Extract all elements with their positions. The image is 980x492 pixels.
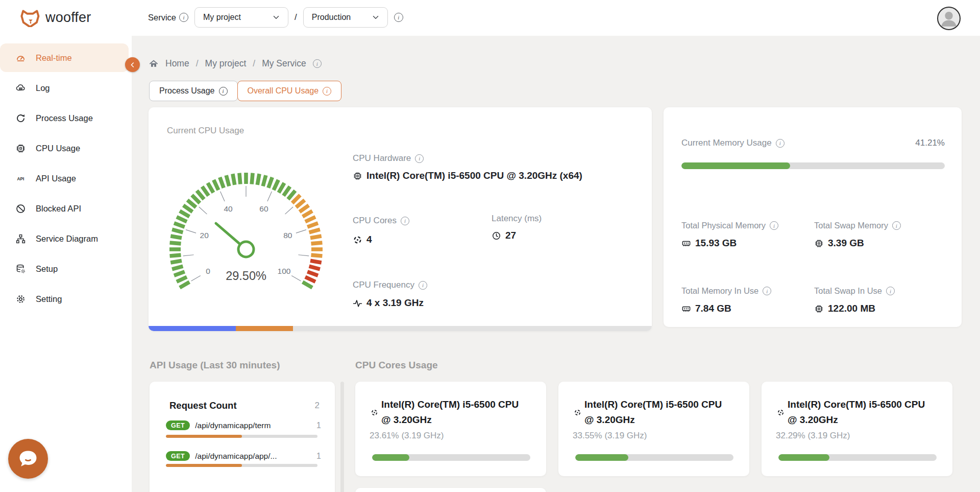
info-icon[interactable]: i [763, 287, 771, 295]
sidebar-item-cpu-usage[interactable]: CPU Usage [0, 133, 132, 163]
core-usage-bar [575, 454, 733, 461]
field-value: 15.93 GB [695, 238, 737, 249]
cpu-card-title: Current CPU Usage [167, 126, 244, 136]
home-icon[interactable] [149, 59, 159, 69]
sidebar-item-setting[interactable]: Setting [0, 284, 132, 314]
cpu-core-card-2: Intel(R) Core(TM) i5-6500 CPU @ 3.20GHz … [558, 382, 749, 476]
field-label: Total Swap Memory [814, 221, 888, 230]
cores-icon [371, 409, 378, 416]
log-cloud-icon [15, 83, 26, 93]
core-name: Intel(R) Core(TM) i5-6500 CPU @ 3.20GHz [584, 397, 732, 428]
breadcrumb-home[interactable]: Home [165, 58, 189, 69]
sidebar-item-api-usage[interactable]: API Usage [0, 163, 132, 194]
cpu-frequency-info-icon[interactable]: i [419, 281, 427, 290]
sidebar-item-label: CPU Usage [36, 144, 80, 153]
wolf-logo-icon [20, 8, 41, 27]
ram-icon [681, 239, 691, 248]
process-usage-info-icon[interactable]: i [219, 87, 228, 96]
core-usage-text: 32.29% (3.19 GHz) [776, 431, 850, 441]
service-info-icon[interactable]: i [179, 13, 188, 22]
field-label: Total Memory In Use [681, 286, 758, 296]
total-memory-in-use-field: Total Memory In Usei 7.84 GB [681, 286, 771, 314]
sidebar-item-label: Blocked API [36, 204, 81, 214]
cpu-hardware-value: Intel(R) Core(TM) i5-6500 CPU @ 3.20GHz … [366, 170, 582, 181]
sidebar-item-process-usage[interactable]: Process Usage [0, 103, 132, 133]
cpu-frequency-value: 4 x 3.19 GHz [366, 297, 424, 309]
api-usage-bar [166, 435, 317, 438]
total-swap-in-use-field: Total Swap In Usei 122.00 MB [814, 286, 895, 314]
core-name: Intel(R) Core(TM) i5-6500 CPU @ 3.20GHz [381, 397, 529, 428]
service-breadcrumb-info-icon[interactable]: i [313, 59, 322, 68]
cores-icon [353, 235, 362, 245]
cpu-cores-field: CPU Coresi 4 [353, 216, 409, 245]
cpu-cores-info-icon[interactable]: i [401, 217, 409, 225]
cpu-hardware-field: CPU Hardwarei Intel(R) Core(TM) i5-6500 … [353, 153, 582, 181]
api-list-scrollbar[interactable] [340, 382, 344, 492]
api-row[interactable]: GET /api/dynamicapp/term 1 [166, 420, 321, 430]
field-value: 3.39 GB [828, 238, 864, 249]
api-usage-bar-fill [166, 464, 242, 467]
environment-info-icon[interactable]: i [394, 13, 403, 22]
cores-icon [574, 409, 581, 416]
sidebar-item-service-diagram[interactable]: Service Diagram [0, 224, 132, 254]
cpu-cores-value: 4 [366, 234, 372, 245]
chevron-left-icon [129, 61, 137, 69]
svg-text:100: 100 [278, 267, 291, 275]
core-name: Intel(R) Core(TM) i5-6500 CPU @ 3.20GHz [788, 397, 936, 428]
overall-cpu-info-icon[interactable]: i [323, 87, 331, 96]
core-usage-bar-fill [575, 454, 628, 461]
cpu-frequency-label: CPU Frequency [353, 280, 414, 290]
info-icon[interactable]: i [886, 287, 895, 295]
sidebar-item-setup[interactable]: Setup [0, 254, 132, 284]
field-value: 122.00 MB [828, 303, 875, 314]
tab-overall-cpu-usage[interactable]: Overall CPU Usage i [237, 81, 342, 101]
environment-select[interactable]: Production [303, 7, 388, 28]
latency-label: Latency (ms) [492, 214, 542, 224]
cpu-hardware-info-icon[interactable]: i [415, 154, 424, 163]
core-usage-bar-fill [778, 454, 829, 461]
breadcrumb-project[interactable]: My project [205, 58, 247, 69]
chip-icon [353, 171, 362, 181]
api-usage-section-title: API Usage (Last 30 minutes) [150, 360, 280, 371]
cpu-core-card-4-partial [355, 488, 546, 492]
cpu-cores-label: CPU Cores [353, 216, 397, 226]
project-select[interactable]: My project [194, 7, 288, 28]
brand-logo[interactable]: wooffer [20, 8, 91, 27]
api-path: /api/dynamicapp/term [195, 421, 311, 430]
cpu-frequency-field: CPU Frequencyi 4 x 3.19 GHz [353, 280, 427, 309]
cpu-core-card-1: Intel(R) Core(TM) i5-6500 CPU @ 3.20GHz … [355, 382, 546, 476]
breadcrumb: Home / My project / My Service i [149, 58, 322, 69]
memory-usage-info-icon[interactable]: i [776, 139, 785, 148]
pulse-icon [353, 298, 362, 308]
sidebar-item-blocked-api[interactable]: Blocked API [0, 194, 132, 224]
core-usage-text: 33.55% (3.19 GHz) [573, 431, 647, 441]
current-cpu-usage-card: Current CPU Usage 02040608010029.50% CPU… [149, 107, 652, 331]
total-physical-memory-field: Total Physical Memoryi 15.93 GB [681, 221, 778, 249]
chevron-down-icon [371, 13, 380, 22]
cores-icon [777, 409, 785, 416]
breadcrumb-service[interactable]: My Service [262, 58, 306, 69]
blocked-icon [15, 203, 26, 214]
memory-usage-bar [681, 162, 945, 169]
request-count-card: Request Count 2 GET /api/dynamicapp/term… [150, 382, 335, 492]
sidebar-item-log[interactable]: Log [0, 73, 132, 103]
api-count: 1 [316, 452, 321, 461]
info-icon[interactable]: i [892, 221, 901, 230]
chat-support-button[interactable] [8, 439, 48, 479]
svg-text:60: 60 [259, 204, 268, 213]
sidebar-collapse-button[interactable] [125, 57, 140, 72]
environment-select-value: Production [312, 13, 351, 22]
sidebar-item-real-time[interactable]: Real-time [0, 43, 132, 73]
user-avatar[interactable] [937, 7, 961, 30]
sidebar-item-label: Setting [36, 294, 62, 304]
chip-icon [814, 304, 824, 314]
api-row[interactable]: GET /api/dynamicapp/app/... 1 [166, 451, 321, 461]
tab-label: Process Usage [159, 86, 215, 96]
sidebar-item-label: Service Diagram [36, 234, 98, 244]
tab-process-usage[interactable]: Process Usage i [149, 81, 238, 101]
info-icon[interactable]: i [770, 221, 778, 230]
memory-card-title: Current Memory Usage [681, 138, 772, 148]
chip-icon [814, 239, 824, 248]
api-usage-bar-fill [166, 435, 242, 438]
sidebar-item-label: API Usage [36, 174, 76, 183]
